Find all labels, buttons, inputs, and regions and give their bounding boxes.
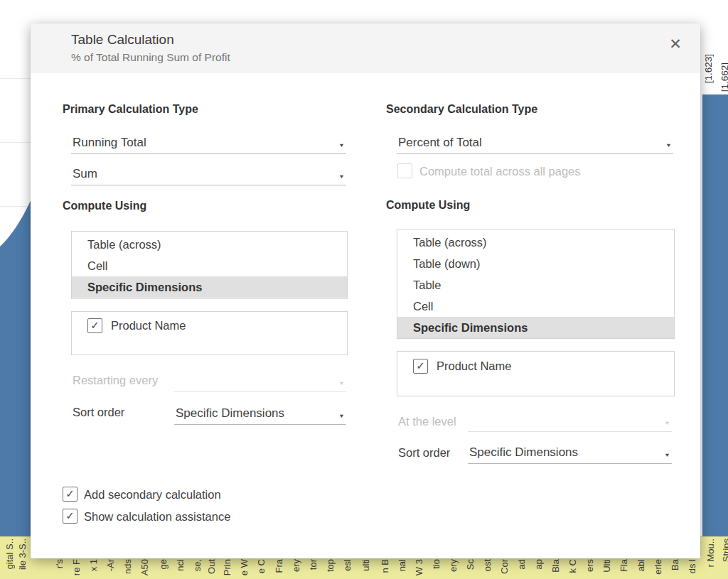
bottom-axis-label: -Ar — [105, 559, 116, 571]
bottom-axis-label: tio — [431, 559, 441, 569]
bottom-axis-label: erle — [653, 559, 663, 575]
bottom-axis-label: top — [325, 559, 336, 572]
bottom-axis-label: n B — [380, 559, 390, 573]
bottom-axis-label: Bla — [550, 559, 561, 573]
bottom-axis-label: ge — [158, 559, 168, 569]
at-the-level-dropdown: ▼ — [468, 413, 672, 432]
bottom-axis-label: tor — [308, 559, 318, 570]
primary-calc-type-value: Running Total — [73, 136, 146, 150]
bottom-axis-label: r's — [54, 559, 65, 568]
chevron-down-icon: ▼ — [664, 452, 670, 458]
secondary-calc-type-heading: Secondary Calculation Type — [386, 103, 537, 116]
secondary-product-name-checkbox[interactable]: ✓ — [413, 359, 428, 374]
bottom-axis-label: Fla — [619, 559, 629, 572]
check-icon: ✓ — [63, 509, 77, 522]
bottom-axis-label: re F — [71, 559, 82, 575]
bottom-axis-label: abl — [636, 559, 646, 571]
bottom-axis-label: ile 3-S.. — [17, 539, 28, 570]
dialog-header: Table Calculation % of Total Running Sum… — [31, 23, 700, 73]
bottom-axis-label: ers — [584, 559, 595, 572]
check-icon: ✓ — [63, 487, 77, 500]
bottom-axis-label: Fra — [274, 559, 284, 573]
secondary-sort-order-label: Sort order — [398, 446, 450, 460]
compute-option-cell[interactable]: Cell — [72, 255, 347, 276]
chevron-down-icon: ▼ — [338, 413, 345, 419]
bottom-axis-label: nci — [175, 559, 186, 571]
primary-calc-type-dropdown[interactable]: Running Total ▼ — [71, 134, 346, 154]
bottom-axis-label: e C — [256, 559, 267, 573]
compute-option-specific-dimensions[interactable]: Specific Dimensions — [397, 317, 674, 338]
right-bar-mark — [702, 94, 728, 536]
compute-option-specific-dimensions[interactable]: Specific Dimensions — [72, 276, 347, 298]
add-secondary-calculation-label: Add secondary calculation — [84, 488, 221, 502]
primary-aggregation-value: Sum — [73, 167, 97, 181]
close-icon[interactable]: ✕ — [665, 33, 686, 55]
bottom-axis-label: ery — [291, 559, 301, 572]
secondary-sort-order-value: Specific Dimensions — [469, 445, 578, 460]
bottom-axis-label: r Mou.. — [705, 539, 716, 567]
bottom-axis-label: ulti — [360, 559, 371, 571]
primary-product-name-label: Product Name — [111, 319, 186, 332]
chevron-down-icon: ▼ — [338, 142, 345, 148]
secondary-calc-type-value: Percent of Total — [398, 136, 482, 150]
compute-total-pages-label: Compute total across all pages — [419, 165, 581, 178]
bottom-axis-label: ad — [516, 559, 527, 569]
compute-option-table-across[interactable]: Table (across) — [72, 234, 347, 255]
right-axis-label: [1.662] — [719, 63, 728, 92]
primary-aggregation-dropdown[interactable]: Sum ▼ — [71, 165, 346, 185]
primary-compute-using-heading: Compute Using — [63, 200, 146, 212]
dialog-title: Table Calculation — [71, 32, 174, 48]
bottom-axis-label: Out — [206, 559, 217, 574]
add-secondary-calculation-checkbox[interactable]: ✓ — [63, 487, 77, 502]
primary-sort-order-value: Specific Dimensions — [176, 406, 284, 421]
primary-sort-order-dropdown[interactable]: Specific Dimensions ▼ — [174, 404, 346, 425]
right-axis-label: [1.623] — [703, 54, 714, 83]
primary-calc-type-heading: Primary Calculation Type — [63, 103, 198, 116]
compute-option-table[interactable]: Table — [397, 274, 674, 296]
bottom-axis-label: W 3 — [414, 559, 424, 575]
secondary-sort-order-dropdown[interactable]: Specific Dimensions ▼ — [468, 443, 672, 464]
bottom-axis-label: ery — [448, 559, 459, 572]
bottom-axis-label: Cor — [499, 559, 510, 574]
bottom-axis-label: ds l — [687, 559, 697, 573]
bottom-axis-label: x 1 — [88, 559, 99, 571]
table-calculation-dialog: Table Calculation % of Total Running Sum… — [31, 23, 700, 558]
bottom-axis-label: Strips — [721, 539, 728, 562]
bottom-axis-label: se, — [192, 559, 203, 571]
primary-compute-using-listbox: Table (across) Cell Specific Dimensions — [71, 231, 348, 299]
bottom-axis-label: Sc — [465, 559, 476, 570]
bottom-axis-label: e W — [239, 559, 250, 575]
bottom-axis-label: Prin — [222, 559, 232, 575]
secondary-dimensions-box: ✓ Product Name — [397, 351, 675, 396]
compute-option-table-down[interactable]: Table (down) — [397, 253, 674, 274]
secondary-calc-type-dropdown[interactable]: Percent of Total ▼ — [397, 134, 673, 154]
bottom-axis-label: esl — [342, 559, 353, 571]
bottom-axis-label: Ba — [670, 559, 680, 570]
restarting-every-label: Restarting every — [73, 374, 158, 387]
bottom-axis-label: ost — [482, 559, 493, 571]
chevron-down-icon: ▼ — [338, 380, 345, 386]
compute-option-table-across[interactable]: Table (across) — [397, 232, 674, 253]
chevron-down-icon: ▼ — [338, 173, 345, 180]
compute-total-pages-checkbox — [397, 163, 412, 178]
bottom-axis-label: k C — [567, 559, 578, 573]
chevron-down-icon: ▼ — [664, 420, 670, 426]
bottom-axis-label: Ulti — [601, 559, 612, 573]
primary-dimensions-box: ✓ Product Name — [71, 311, 348, 355]
show-calculation-assistance-label: Show calculation assistance — [84, 510, 230, 524]
show-calculation-assistance-checkbox[interactable]: ✓ — [63, 509, 77, 524]
bottom-axis-label: gital S.. — [4, 539, 15, 569]
secondary-compute-using-heading: Compute Using — [386, 199, 470, 212]
restarting-every-dropdown: ▼ — [174, 373, 346, 392]
secondary-product-name-label: Product Name — [437, 359, 511, 373]
check-icon: ✓ — [414, 359, 427, 372]
at-the-level-label: At the level — [398, 415, 456, 428]
chevron-down-icon: ▼ — [665, 142, 672, 148]
primary-product-name-checkbox[interactable]: ✓ — [87, 318, 102, 333]
primary-sort-order-label: Sort order — [73, 406, 124, 419]
compute-option-cell[interactable]: Cell — [397, 296, 674, 317]
bottom-axis-label: nds — [122, 559, 133, 574]
check-icon: ✓ — [88, 319, 102, 332]
bottom-axis-label: nal — [397, 559, 407, 571]
bottom-axis-label: ap — [533, 559, 544, 569]
